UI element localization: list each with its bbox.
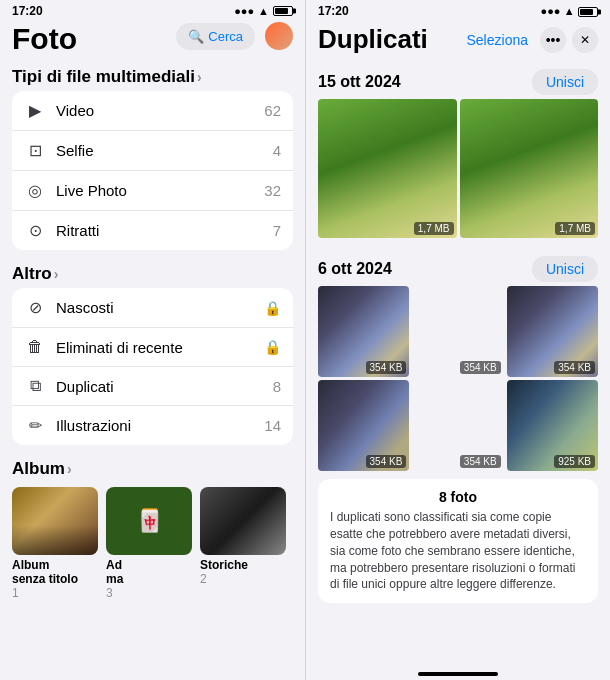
album-count-green: 3 bbox=[106, 586, 192, 600]
right-panel: 17:20 ●●● ▲ Duplicati Seleziona ••• ✕ 15… bbox=[305, 0, 610, 680]
right-signal-icon: ●●● bbox=[540, 5, 560, 17]
altro-list: ⊘ Nascosti 🔒 🗑 Eliminati di recente 🔒 ⧉ … bbox=[12, 288, 293, 445]
photo-size-1-2: 1,7 MB bbox=[555, 222, 595, 235]
summary-card: 8 foto I duplicati sono classificati sia… bbox=[318, 479, 598, 603]
media-count-selfie: 4 bbox=[273, 142, 281, 159]
photo-cell-1-1[interactable]: 1,7 MB bbox=[318, 99, 457, 238]
summary-title: 8 foto bbox=[330, 489, 586, 505]
close-button[interactable]: ✕ bbox=[572, 27, 598, 53]
media-label-ritratti: Ritratti bbox=[56, 222, 273, 239]
photo-grid-2: 354 KB 354 KB 354 KB 354 KB 354 KB 925 K… bbox=[318, 286, 598, 472]
signal-icon: ●●● bbox=[234, 5, 254, 17]
left-status-bar: 17:20 ●●● ▲ bbox=[0, 0, 305, 20]
altro-item-nascosti[interactable]: ⊘ Nascosti 🔒 bbox=[12, 288, 293, 328]
more-button[interactable]: ••• bbox=[540, 27, 566, 53]
selfie-icon: ⊡ bbox=[24, 141, 46, 160]
photo-size-2-1: 354 KB bbox=[366, 361, 407, 374]
seleziona-button[interactable]: Seleziona bbox=[461, 30, 535, 50]
photo-cell-2-3[interactable]: 354 KB bbox=[507, 286, 598, 377]
unisci-button-1[interactable]: Unisci bbox=[532, 69, 598, 95]
altro-label-illustrazioni: Illustrazioni bbox=[56, 417, 264, 434]
altro-item-illustrazioni[interactable]: ✏ Illustrazioni 14 bbox=[12, 406, 293, 445]
chevron-icon: › bbox=[197, 69, 202, 85]
left-status-icons: ●●● ▲ bbox=[234, 5, 293, 17]
album-item-bw[interactable]: Storiche 2 bbox=[200, 487, 286, 600]
illustrazioni-icon: ✏ bbox=[24, 416, 46, 435]
right-wifi-icon: ▲ bbox=[564, 5, 575, 17]
album-grid: Albumsenza titolo 1 🀄 Adma 3 Storiche 2 bbox=[0, 483, 305, 600]
altro-label-eliminati: Eliminati di recente bbox=[56, 339, 264, 356]
battery-icon bbox=[273, 6, 293, 16]
altro-label-nascosti: Nascosti bbox=[56, 299, 264, 316]
media-item-ritratti[interactable]: ⊙ Ritratti 7 bbox=[12, 211, 293, 250]
album-heading[interactable]: Album › bbox=[0, 453, 305, 483]
ritratti-icon: ⊙ bbox=[24, 221, 46, 240]
altro-chevron-icon: › bbox=[54, 266, 59, 282]
header-actions: Seleziona ••• ✕ bbox=[461, 27, 599, 53]
home-indicator bbox=[418, 672, 498, 676]
photo-cell-2-1[interactable]: 354 KB bbox=[318, 286, 409, 377]
nascosti-icon: ⊘ bbox=[24, 298, 46, 317]
media-item-video[interactable]: ▶ Video 62 bbox=[12, 91, 293, 131]
date-label-2: 6 ott 2024 bbox=[318, 260, 392, 278]
photo-size-2-4: 354 KB bbox=[366, 455, 407, 468]
photo-size-2-5: 354 KB bbox=[460, 455, 501, 468]
altro-item-duplicati[interactable]: ⧉ Duplicati 8 bbox=[12, 367, 293, 406]
media-count-ritratti: 7 bbox=[273, 222, 281, 239]
album-item-green[interactable]: 🀄 Adma 3 bbox=[106, 487, 192, 600]
summary-text: I duplicati sono classificati sia come c… bbox=[330, 509, 586, 593]
media-label-livephoto: Live Photo bbox=[56, 182, 264, 199]
media-item-livephoto[interactable]: ◎ Live Photo 32 bbox=[12, 171, 293, 211]
altro-count-duplicati: 8 bbox=[273, 378, 281, 395]
album-label-citta: Albumsenza titolo bbox=[12, 558, 98, 586]
right-header: Duplicati Seleziona ••• ✕ bbox=[306, 20, 610, 61]
media-count-video: 62 bbox=[264, 102, 281, 119]
duplicati-icon: ⧉ bbox=[24, 377, 46, 395]
album-item-citta[interactable]: Albumsenza titolo 1 bbox=[12, 487, 98, 600]
media-item-selfie[interactable]: ⊡ Selfie 4 bbox=[12, 131, 293, 171]
right-battery-icon bbox=[578, 7, 598, 17]
altro-count-illustrazioni: 14 bbox=[264, 417, 281, 434]
album-thumb-img-bw bbox=[200, 487, 286, 555]
right-time: 17:20 bbox=[318, 4, 349, 18]
lock-icon-nascosti: 🔒 bbox=[264, 300, 281, 316]
media-types-list: ▶ Video 62 ⊡ Selfie 4 ◎ Live Photo 32 ⊙ … bbox=[12, 91, 293, 250]
altro-label-duplicati: Duplicati bbox=[56, 378, 273, 395]
altro-item-eliminati[interactable]: 🗑 Eliminati di recente 🔒 bbox=[12, 328, 293, 367]
avatar[interactable] bbox=[265, 22, 293, 50]
right-status-icons: ●●● ▲ bbox=[540, 4, 598, 18]
photo-size-2-6: 925 KB bbox=[554, 455, 595, 468]
photo-size-2-3: 354 KB bbox=[554, 361, 595, 374]
photo-grid-1: 1,7 MB 1,7 MB bbox=[318, 99, 598, 238]
album-label-bw: Storiche bbox=[200, 558, 286, 572]
photo-cell-2-2[interactable]: 354 KB bbox=[412, 286, 503, 377]
wifi-icon: ▲ bbox=[258, 5, 269, 17]
album-thumb-img-citta bbox=[12, 487, 98, 555]
altro-heading[interactable]: Altro › bbox=[0, 258, 305, 288]
media-count-livephoto: 32 bbox=[264, 182, 281, 199]
close-icon: ✕ bbox=[580, 33, 590, 47]
date-section-2: 6 ott 2024 Unisci bbox=[306, 248, 610, 286]
left-time: 17:20 bbox=[12, 4, 43, 18]
right-status-bar: 17:20 ●●● ▲ bbox=[306, 0, 610, 20]
album-chevron-icon: › bbox=[67, 461, 72, 477]
right-page-title: Duplicati bbox=[318, 24, 428, 55]
livephoto-icon: ◎ bbox=[24, 181, 46, 200]
photo-cell-2-5[interactable]: 354 KB bbox=[412, 380, 503, 471]
more-icon: ••• bbox=[546, 32, 561, 48]
search-button[interactable]: 🔍 Cerca bbox=[176, 23, 255, 50]
photo-cell-1-2[interactable]: 1,7 MB bbox=[460, 99, 599, 238]
media-types-heading[interactable]: Tipi di file multimediali › bbox=[0, 61, 305, 91]
unisci-button-2[interactable]: Unisci bbox=[532, 256, 598, 282]
media-label-video: Video bbox=[56, 102, 264, 119]
photo-size-2-2: 354 KB bbox=[460, 361, 501, 374]
left-header: Foto 🔍 Cerca bbox=[0, 20, 305, 61]
left-panel: 17:20 ●●● ▲ Foto 🔍 Cerca Tipi di file mu… bbox=[0, 0, 305, 680]
search-icon: 🔍 bbox=[188, 29, 204, 44]
album-count-bw: 2 bbox=[200, 572, 286, 586]
photo-cell-2-6[interactable]: 925 KB bbox=[507, 380, 598, 471]
album-count-citta: 1 bbox=[12, 586, 98, 600]
app-title: Foto bbox=[12, 22, 77, 55]
video-icon: ▶ bbox=[24, 101, 46, 120]
photo-cell-2-4[interactable]: 354 KB bbox=[318, 380, 409, 471]
